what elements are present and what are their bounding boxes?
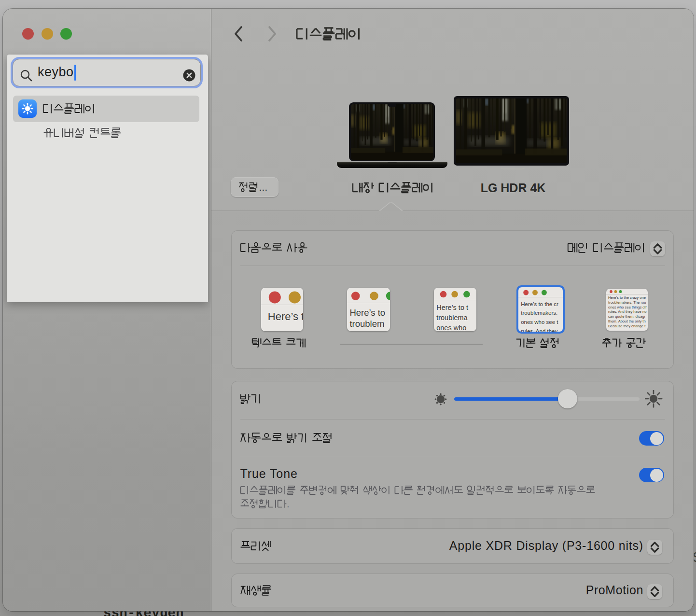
svg-text:.: .	[265, 182, 268, 193]
svg-text:.: .	[259, 182, 262, 193]
svg-text:.: .	[287, 499, 289, 509]
svg-text:.: .	[262, 182, 265, 193]
